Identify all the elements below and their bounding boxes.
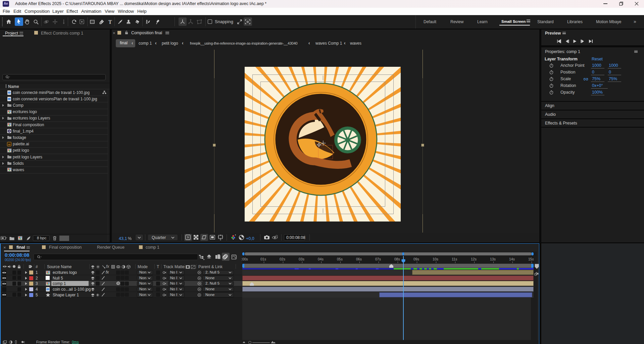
svg-text:T: T [108, 19, 112, 25]
svg-text:Ai: Ai [8, 143, 10, 146]
